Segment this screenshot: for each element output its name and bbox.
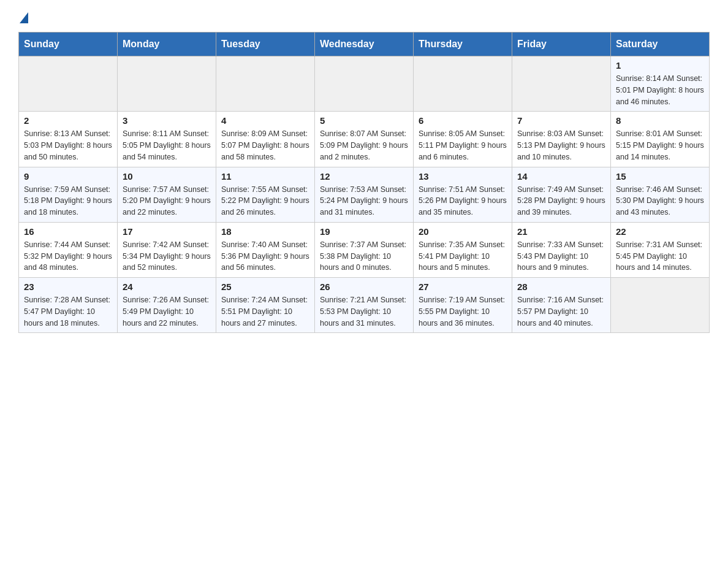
day-number: 14 — [517, 171, 605, 182]
calendar-cell: 14Sunrise: 7:49 AM Sunset: 5:28 PM Dayli… — [512, 167, 611, 222]
calendar-cell: 3Sunrise: 8:11 AM Sunset: 5:05 PM Daylig… — [118, 112, 216, 167]
day-number: 21 — [517, 226, 605, 237]
calendar-cell: 2Sunrise: 8:13 AM Sunset: 5:03 PM Daylig… — [19, 112, 118, 167]
day-number: 27 — [419, 282, 507, 292]
day-of-week-header: Sunday — [19, 33, 118, 56]
day-info: Sunrise: 7:49 AM Sunset: 5:28 PM Dayligh… — [517, 184, 605, 218]
calendar-cell: 15Sunrise: 7:46 AM Sunset: 5:30 PM Dayli… — [611, 167, 710, 222]
calendar-cell — [611, 278, 710, 333]
calendar-cell — [216, 56, 315, 112]
day-of-week-header: Wednesday — [315, 33, 414, 56]
calendar-cell: 12Sunrise: 7:53 AM Sunset: 5:24 PM Dayli… — [315, 167, 414, 222]
day-info: Sunrise: 7:42 AM Sunset: 5:34 PM Dayligh… — [123, 239, 211, 274]
day-of-week-header: Thursday — [414, 33, 512, 56]
day-info: Sunrise: 8:09 AM Sunset: 5:07 PM Dayligh… — [221, 128, 309, 163]
day-of-week-header: Monday — [118, 33, 216, 56]
calendar-cell — [315, 56, 414, 112]
calendar-cell: 28Sunrise: 7:16 AM Sunset: 5:57 PM Dayli… — [512, 278, 611, 333]
calendar-week-row: 1Sunrise: 8:14 AM Sunset: 5:01 PM Daylig… — [19, 56, 710, 112]
day-number: 2 — [24, 115, 112, 126]
day-info: Sunrise: 7:57 AM Sunset: 5:20 PM Dayligh… — [123, 184, 211, 218]
day-info: Sunrise: 7:31 AM Sunset: 5:45 PM Dayligh… — [616, 239, 704, 274]
calendar-cell: 26Sunrise: 7:21 AM Sunset: 5:53 PM Dayli… — [315, 278, 414, 333]
day-number: 1 — [616, 60, 704, 71]
day-number: 7 — [517, 115, 605, 126]
calendar-cell: 1Sunrise: 8:14 AM Sunset: 5:01 PM Daylig… — [611, 56, 710, 112]
day-number: 18 — [221, 226, 309, 237]
day-info: Sunrise: 7:37 AM Sunset: 5:38 PM Dayligh… — [320, 239, 408, 274]
day-info: Sunrise: 7:55 AM Sunset: 5:22 PM Dayligh… — [221, 184, 309, 218]
day-number: 20 — [419, 226, 507, 237]
day-info: Sunrise: 8:11 AM Sunset: 5:05 PM Dayligh… — [123, 128, 211, 163]
day-info: Sunrise: 8:03 AM Sunset: 5:13 PM Dayligh… — [517, 128, 605, 163]
day-number: 10 — [123, 171, 211, 182]
day-info: Sunrise: 7:53 AM Sunset: 5:24 PM Dayligh… — [320, 184, 408, 218]
day-number: 26 — [320, 282, 408, 292]
day-number: 28 — [517, 282, 605, 292]
day-number: 25 — [221, 282, 309, 292]
day-number: 22 — [616, 226, 704, 237]
calendar-cell: 9Sunrise: 7:59 AM Sunset: 5:18 PM Daylig… — [19, 167, 118, 222]
day-info: Sunrise: 8:01 AM Sunset: 5:15 PM Dayligh… — [616, 128, 704, 163]
day-info: Sunrise: 8:14 AM Sunset: 5:01 PM Dayligh… — [616, 73, 704, 107]
day-info: Sunrise: 7:26 AM Sunset: 5:49 PM Dayligh… — [123, 294, 211, 329]
calendar-cell — [414, 56, 512, 112]
calendar-cell: 25Sunrise: 7:24 AM Sunset: 5:51 PM Dayli… — [216, 278, 315, 333]
day-info: Sunrise: 7:19 AM Sunset: 5:55 PM Dayligh… — [419, 294, 507, 329]
day-info: Sunrise: 7:40 AM Sunset: 5:36 PM Dayligh… — [221, 239, 309, 274]
day-number: 16 — [24, 226, 112, 237]
calendar-cell: 17Sunrise: 7:42 AM Sunset: 5:34 PM Dayli… — [118, 222, 216, 277]
calendar-cell: 11Sunrise: 7:55 AM Sunset: 5:22 PM Dayli… — [216, 167, 315, 222]
day-info: Sunrise: 7:44 AM Sunset: 5:32 PM Dayligh… — [24, 239, 112, 274]
calendar-cell: 7Sunrise: 8:03 AM Sunset: 5:13 PM Daylig… — [512, 112, 611, 167]
calendar-week-row: 23Sunrise: 7:28 AM Sunset: 5:47 PM Dayli… — [19, 278, 710, 333]
calendar-cell: 8Sunrise: 8:01 AM Sunset: 5:15 PM Daylig… — [611, 112, 710, 167]
calendar-cell: 22Sunrise: 7:31 AM Sunset: 5:45 PM Dayli… — [611, 222, 710, 277]
day-number: 15 — [616, 171, 704, 182]
calendar-cell: 13Sunrise: 7:51 AM Sunset: 5:26 PM Dayli… — [414, 167, 512, 222]
calendar-header-row: SundayMondayTuesdayWednesdayThursdayFrid… — [19, 33, 710, 56]
day-of-week-header: Friday — [512, 33, 611, 56]
day-number: 24 — [123, 282, 211, 292]
day-of-week-header: Tuesday — [216, 33, 315, 56]
day-number: 5 — [320, 115, 408, 126]
day-number: 23 — [24, 282, 112, 292]
day-info: Sunrise: 8:05 AM Sunset: 5:11 PM Dayligh… — [419, 128, 507, 163]
calendar-week-row: 16Sunrise: 7:44 AM Sunset: 5:32 PM Dayli… — [19, 222, 710, 277]
day-info: Sunrise: 7:59 AM Sunset: 5:18 PM Dayligh… — [24, 184, 112, 218]
calendar-cell: 27Sunrise: 7:19 AM Sunset: 5:55 PM Dayli… — [414, 278, 512, 333]
calendar-cell — [512, 56, 611, 112]
day-info: Sunrise: 8:13 AM Sunset: 5:03 PM Dayligh… — [24, 128, 112, 163]
day-info: Sunrise: 7:46 AM Sunset: 5:30 PM Dayligh… — [616, 184, 704, 218]
calendar-week-row: 9Sunrise: 7:59 AM Sunset: 5:18 PM Daylig… — [19, 167, 710, 222]
day-info: Sunrise: 7:51 AM Sunset: 5:26 PM Dayligh… — [419, 184, 507, 218]
calendar-cell — [19, 56, 118, 112]
day-info: Sunrise: 8:07 AM Sunset: 5:09 PM Dayligh… — [320, 128, 408, 163]
day-number: 6 — [419, 115, 507, 126]
calendar-cell: 18Sunrise: 7:40 AM Sunset: 5:36 PM Dayli… — [216, 222, 315, 277]
calendar-week-row: 2Sunrise: 8:13 AM Sunset: 5:03 PM Daylig… — [19, 112, 710, 167]
day-of-week-header: Saturday — [611, 33, 710, 56]
calendar-cell: 20Sunrise: 7:35 AM Sunset: 5:41 PM Dayli… — [414, 222, 512, 277]
calendar-cell: 24Sunrise: 7:26 AM Sunset: 5:49 PM Dayli… — [118, 278, 216, 333]
calendar-cell: 16Sunrise: 7:44 AM Sunset: 5:32 PM Dayli… — [19, 222, 118, 277]
day-number: 11 — [221, 171, 309, 182]
day-number: 9 — [24, 171, 112, 182]
calendar-cell: 21Sunrise: 7:33 AM Sunset: 5:43 PM Dayli… — [512, 222, 611, 277]
day-number: 3 — [123, 115, 211, 126]
day-info: Sunrise: 7:33 AM Sunset: 5:43 PM Dayligh… — [517, 239, 605, 274]
calendar-cell: 4Sunrise: 8:09 AM Sunset: 5:07 PM Daylig… — [216, 112, 315, 167]
day-number: 19 — [320, 226, 408, 237]
logo-triangle-icon — [20, 12, 28, 23]
day-number: 17 — [123, 226, 211, 237]
calendar-cell: 19Sunrise: 7:37 AM Sunset: 5:38 PM Dayli… — [315, 222, 414, 277]
calendar-cell: 10Sunrise: 7:57 AM Sunset: 5:20 PM Dayli… — [118, 167, 216, 222]
calendar-cell — [118, 56, 216, 112]
day-number: 13 — [419, 171, 507, 182]
day-number: 4 — [221, 115, 309, 126]
calendar-cell: 6Sunrise: 8:05 AM Sunset: 5:11 PM Daylig… — [414, 112, 512, 167]
day-info: Sunrise: 7:28 AM Sunset: 5:47 PM Dayligh… — [24, 294, 112, 329]
logo — [18, 12, 28, 20]
page-header — [18, 12, 710, 20]
calendar-cell: 23Sunrise: 7:28 AM Sunset: 5:47 PM Dayli… — [19, 278, 118, 333]
